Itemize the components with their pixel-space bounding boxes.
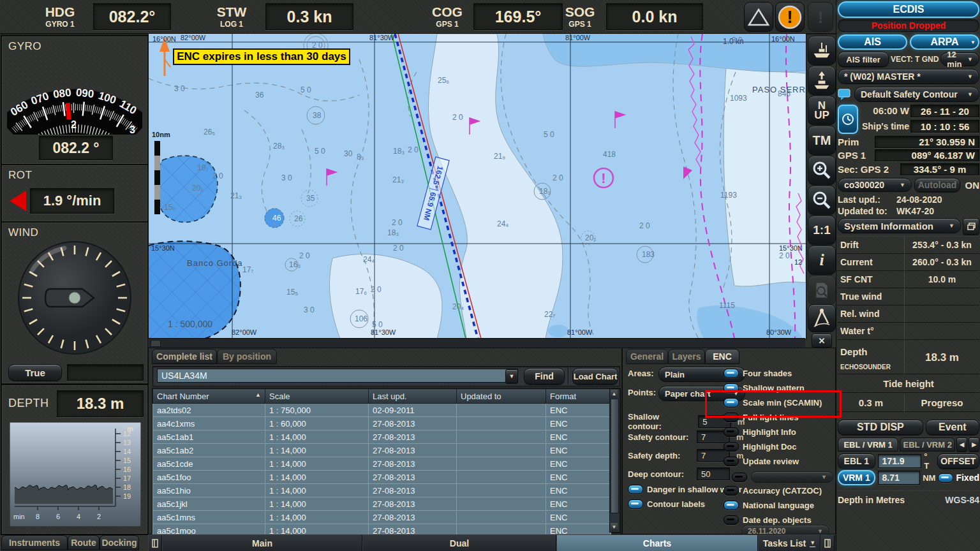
north-up-button[interactable]: NUP — [808, 96, 836, 125]
table-cell[interactable]: ENC — [546, 511, 611, 524]
offset-button[interactable]: OFFSET — [937, 453, 979, 469]
vrm1-value-input[interactable]: 8.71 — [878, 471, 921, 485]
event-button[interactable]: Event — [926, 420, 979, 435]
table-cell[interactable]: ENC — [546, 444, 611, 457]
table-cell[interactable]: aa5c1ab2 — [153, 444, 265, 457]
vector-time-select[interactable]: 12 min▼ — [940, 52, 979, 66]
table-cell[interactable] — [457, 417, 546, 430]
table-cell[interactable]: 1 : 14,000 — [265, 511, 369, 524]
table-cell[interactable]: 27-08-2013 — [369, 444, 457, 457]
toggle-off[interactable] — [724, 486, 739, 496]
zoom-in-button[interactable] — [808, 156, 836, 185]
ebl1-button[interactable]: EBL 1 — [838, 453, 875, 469]
table-row[interactable]: aa5c1ab21 : 14,00027-08-2013ENC — [153, 444, 611, 457]
tab-enc[interactable]: ENC — [705, 349, 739, 364]
table-cell[interactable]: 1 : 14,000 — [265, 471, 369, 484]
toggle-off[interactable] — [724, 442, 739, 452]
toggle-on[interactable] — [628, 499, 643, 509]
table-cell[interactable]: ENC — [546, 471, 611, 484]
table-cell[interactable] — [457, 457, 546, 471]
standby-alarm-button[interactable] — [744, 2, 773, 32]
table-cell[interactable]: aa5c1cde — [153, 457, 265, 471]
toggle-on[interactable] — [724, 369, 739, 378]
table-cell[interactable]: 02-09-2011 — [369, 404, 457, 417]
table-cell[interactable]: ENC — [546, 404, 611, 417]
table-cell[interactable] — [457, 497, 546, 511]
table-cell[interactable]: 1 : 14,000 — [265, 457, 369, 471]
table-row[interactable]: aa5c1mns1 : 14,00027-08-2013ENC — [153, 511, 611, 524]
detach-window-button[interactable] — [963, 218, 979, 235]
table-cell[interactable]: 1 : 14,000 — [265, 497, 369, 511]
tab-docking[interactable]: Docking — [100, 535, 139, 550]
toggle-on[interactable] — [724, 383, 739, 393]
review-updates-button[interactable] — [808, 276, 836, 305]
ebl1-value-input[interactable]: 171.9 — [878, 454, 922, 468]
ecdis-title-button[interactable]: ECDIS — [838, 1, 979, 18]
table-row[interactable]: aa2tds021 : 750,00002-09-2011ENC — [153, 404, 611, 417]
column-header[interactable]: Scale — [265, 389, 369, 404]
chart-search-input[interactable]: US4LA34M — [157, 369, 518, 383]
chart-display[interactable]: 162.5°│65.9 NM ! — [148, 33, 806, 339]
workspace-charts[interactable]: Charts — [556, 535, 758, 551]
table-cell[interactable]: aa5c1hio — [153, 484, 265, 497]
toggle-off[interactable] — [724, 515, 739, 525]
load-chart-button[interactable]: Load Chart — [572, 368, 618, 385]
panel-toggle-right-button[interactable] — [820, 535, 835, 551]
ebl-tabs-right-arrow[interactable]: ▶ — [969, 437, 979, 452]
search-dropdown-button[interactable]: ▼ — [505, 369, 518, 383]
arpa-button[interactable]: ARPA▼ — [910, 34, 979, 50]
table-cell[interactable]: 1 : 60,000 — [265, 417, 369, 430]
toggle-off[interactable] — [724, 413, 739, 422]
workspace-dual[interactable]: Dual — [362, 535, 556, 551]
table-cell[interactable]: 27-08-2013 — [369, 497, 457, 511]
tab-complete-list[interactable]: Complete list — [152, 349, 217, 364]
fixed-toggle[interactable] — [938, 473, 953, 483]
table-cell[interactable]: ENC — [546, 484, 611, 497]
tab-instruments[interactable]: Instruments — [1, 535, 68, 550]
alarm-active-button[interactable]: ! — [775, 2, 805, 32]
table-scrollbar[interactable]: ▲ ▼ — [609, 388, 620, 533]
table-cell[interactable]: 1 : 750,000 — [265, 404, 369, 417]
table-cell[interactable] — [457, 471, 546, 484]
master-select[interactable]: * (W02) MASTER *▼ — [838, 69, 979, 84]
tab-by-position[interactable]: By position — [217, 349, 277, 364]
table-cell[interactable]: ENC — [546, 457, 611, 471]
table-row[interactable]: aa5c1jkl1 : 14,00027-08-2013ENC — [153, 497, 611, 511]
table-row[interactable]: aa5c1hio1 : 14,00027-08-2013ENC — [153, 484, 611, 497]
table-cell[interactable]: 1 : 14,000 — [265, 430, 369, 444]
table-cell[interactable]: 27-08-2013 — [369, 457, 457, 471]
table-cell[interactable]: aa2tds02 — [153, 404, 265, 417]
table-cell[interactable]: ENC — [546, 417, 611, 430]
chart-strip-handle[interactable] — [151, 340, 161, 347]
table-row[interactable]: aa5c1cde1 : 14,00027-08-2013ENC — [153, 457, 611, 471]
table-cell[interactable] — [457, 484, 546, 497]
tab-ebl-vrm-1[interactable]: EBL / VRM 1 — [838, 437, 898, 452]
system-information-select[interactable]: System Information▼ — [838, 218, 961, 233]
table-row[interactable]: aa5c1foo1 : 14,00027-08-2013ENC — [153, 471, 611, 484]
table-cell[interactable]: aa5c1foo — [153, 471, 265, 484]
scroll-down-button[interactable]: ▼ — [611, 523, 618, 531]
ais-filter-button[interactable]: AIS filter — [838, 52, 889, 67]
safety-contour-select[interactable]: Default Safety Contour▼ — [854, 87, 979, 102]
vrm1-button[interactable]: VRM 1 — [838, 470, 875, 485]
scale-one-to-one-button[interactable]: 1:1 — [808, 216, 836, 245]
table-cell[interactable]: ENC — [546, 430, 611, 444]
table-cell[interactable]: 27-08-2013 — [369, 471, 457, 484]
chart-id-select[interactable]: co300020▼ — [838, 178, 912, 192]
column-header[interactable]: Format — [546, 389, 611, 404]
table-cell[interactable]: ENC — [546, 497, 611, 511]
column-header[interactable]: Last upd. — [369, 389, 457, 404]
table-cell[interactable]: aa5c1jkl — [153, 497, 265, 511]
tab-layers[interactable]: Layers — [668, 349, 705, 364]
clock-button[interactable] — [838, 105, 858, 134]
table-cell[interactable]: 27-08-2013 — [369, 484, 457, 497]
workspace-main[interactable]: Main — [162, 535, 362, 551]
table-cell[interactable]: 27-08-2013 — [369, 430, 457, 444]
autoload-button[interactable]: Autoload — [914, 178, 960, 192]
tab-ebl-vrm-2[interactable]: EBL / VRM 2 — [900, 437, 955, 452]
tasks-list-button[interactable]: Tasks List ▼ — [758, 535, 820, 551]
find-button[interactable]: Find — [524, 368, 565, 385]
scroll-up-button[interactable]: ▲ — [611, 390, 618, 398]
table-cell[interactable] — [457, 430, 546, 444]
toggle-off[interactable] — [724, 457, 739, 466]
